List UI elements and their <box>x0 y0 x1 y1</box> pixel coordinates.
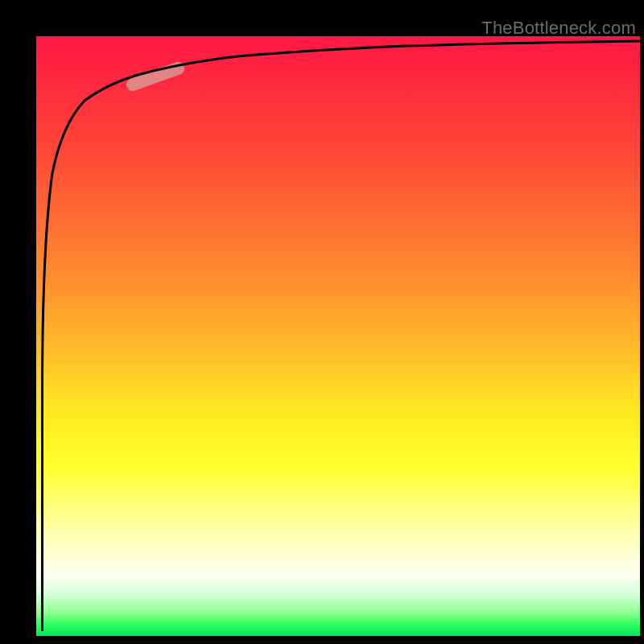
watermark-label: TheBottleneck.com <box>481 18 636 39</box>
chart-root: TheBottleneck.com <box>0 0 644 644</box>
plot-background-gradient <box>36 36 640 636</box>
